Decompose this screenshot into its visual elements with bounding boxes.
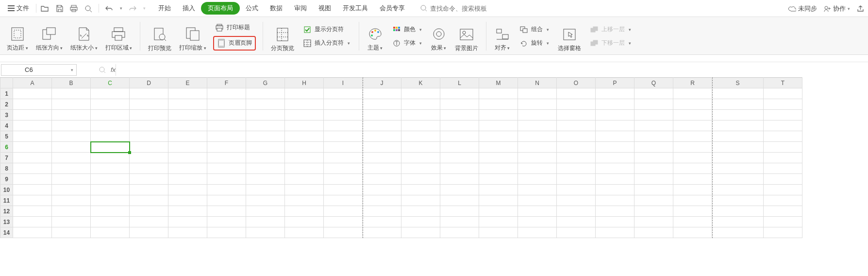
cell[interactable]: [634, 163, 673, 174]
cell[interactable]: [596, 206, 634, 217]
group-button[interactable]: 组合: [517, 24, 551, 35]
tab-dev[interactable]: 开发工具: [337, 2, 374, 15]
cell[interactable]: [673, 195, 712, 206]
cell[interactable]: [130, 206, 168, 217]
cell[interactable]: [401, 163, 440, 174]
cell[interactable]: [246, 99, 285, 110]
cell[interactable]: [13, 195, 52, 206]
cell[interactable]: [712, 217, 764, 227]
cell[interactable]: [440, 88, 479, 99]
cell[interactable]: [91, 206, 130, 217]
cell[interactable]: [168, 142, 207, 153]
cell[interactable]: [207, 227, 246, 238]
cell[interactable]: [207, 142, 246, 153]
cell[interactable]: [324, 163, 363, 174]
cell[interactable]: [518, 110, 557, 121]
cell[interactable]: [518, 131, 557, 142]
row-header[interactable]: 9: [0, 174, 13, 185]
cell[interactable]: [285, 217, 324, 227]
effects-button[interactable]: 效果: [427, 18, 451, 54]
cell[interactable]: [52, 195, 91, 206]
cell[interactable]: [130, 153, 168, 163]
cell[interactable]: [764, 217, 802, 227]
cell[interactable]: [557, 99, 596, 110]
cell[interactable]: [363, 131, 401, 142]
column-header[interactable]: G: [246, 78, 285, 88]
insert-page-break-button[interactable]: 插入分页符: [301, 38, 352, 49]
share-icon[interactable]: [857, 2, 864, 15]
cell[interactable]: [13, 99, 52, 110]
row-header[interactable]: 12: [0, 206, 13, 217]
cell[interactable]: [324, 174, 363, 185]
cell[interactable]: [518, 195, 557, 206]
cell[interactable]: [518, 206, 557, 217]
sync-status[interactable]: 未同步: [788, 2, 817, 15]
cell[interactable]: [712, 163, 764, 174]
cancel-formula-icon[interactable]: [99, 67, 106, 73]
cell[interactable]: [518, 142, 557, 153]
cell[interactable]: [401, 227, 440, 238]
cell[interactable]: [440, 227, 479, 238]
cell[interactable]: [712, 88, 764, 99]
cell[interactable]: [596, 88, 634, 99]
column-header[interactable]: O: [557, 78, 596, 88]
cell[interactable]: [440, 174, 479, 185]
cell[interactable]: [764, 153, 802, 163]
column-header[interactable]: S: [712, 78, 764, 88]
header-footer-button[interactable]: 页眉页脚: [215, 38, 254, 49]
column-header[interactable]: B: [52, 78, 91, 88]
redo-dropdown-icon[interactable]: ▾: [141, 2, 148, 15]
cell[interactable]: [764, 185, 802, 195]
selection-handle[interactable]: [128, 151, 131, 154]
cell[interactable]: [479, 174, 518, 185]
cell[interactable]: [634, 131, 673, 142]
cell[interactable]: [52, 131, 91, 142]
formula-input[interactable]: [116, 64, 866, 76]
cell[interactable]: [401, 185, 440, 195]
cell[interactable]: [518, 227, 557, 238]
cell[interactable]: [518, 88, 557, 99]
cell[interactable]: [673, 217, 712, 227]
cell[interactable]: [557, 88, 596, 99]
cell[interactable]: [363, 206, 401, 217]
cell[interactable]: [764, 195, 802, 206]
cell[interactable]: [13, 142, 52, 153]
cell[interactable]: [363, 163, 401, 174]
cell[interactable]: [130, 163, 168, 174]
cell[interactable]: [285, 206, 324, 217]
cell[interactable]: [324, 153, 363, 163]
cell[interactable]: [596, 142, 634, 153]
cell[interactable]: [13, 153, 52, 163]
cell[interactable]: [52, 185, 91, 195]
cell[interactable]: [324, 227, 363, 238]
cell[interactable]: [673, 227, 712, 238]
cell[interactable]: [52, 110, 91, 121]
cell[interactable]: [130, 174, 168, 185]
cell[interactable]: [52, 174, 91, 185]
cell[interactable]: [634, 153, 673, 163]
cell[interactable]: [518, 217, 557, 227]
cell[interactable]: [130, 131, 168, 142]
column-header[interactable]: A: [13, 78, 52, 88]
cell[interactable]: [91, 153, 130, 163]
margins-button[interactable]: 页边距: [3, 18, 32, 54]
name-box[interactable]: C6 ▾: [1, 64, 77, 76]
cell[interactable]: [712, 142, 764, 153]
column-header[interactable]: Q: [634, 78, 673, 88]
cell[interactable]: [168, 163, 207, 174]
row-header[interactable]: 2: [0, 99, 13, 110]
cell[interactable]: [712, 121, 764, 131]
cell[interactable]: [596, 153, 634, 163]
cell[interactable]: [557, 121, 596, 131]
column-header[interactable]: E: [168, 78, 207, 88]
row-header[interactable]: 7: [0, 153, 13, 163]
cell[interactable]: [712, 110, 764, 121]
cell[interactable]: [596, 121, 634, 131]
cell[interactable]: [479, 110, 518, 121]
cell[interactable]: [91, 142, 130, 153]
cell[interactable]: [712, 99, 764, 110]
cell[interactable]: [207, 153, 246, 163]
cell[interactable]: [440, 195, 479, 206]
cell[interactable]: [91, 131, 130, 142]
cell[interactable]: [91, 163, 130, 174]
